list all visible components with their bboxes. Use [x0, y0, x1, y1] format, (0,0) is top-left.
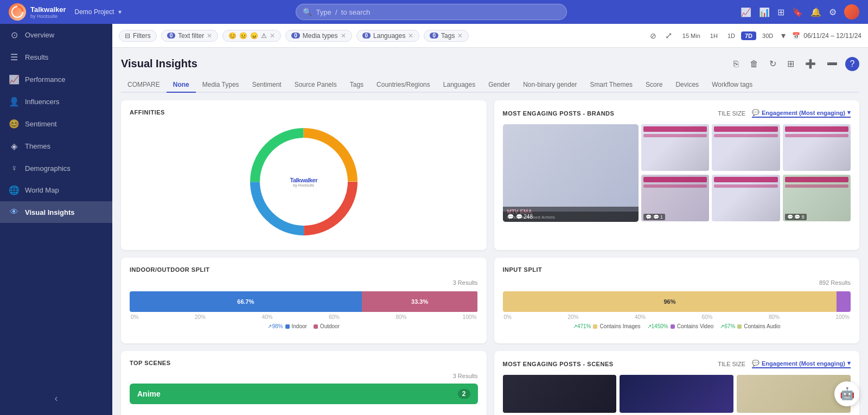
time-1d[interactable]: 1D — [724, 31, 739, 40]
tags-button[interactable]: 0 Tags ✕ — [424, 30, 469, 42]
scenes-chat-icon: 💬 — [752, 360, 760, 367]
tab-bar: COMPARE None Media Types Sentiment Sourc… — [121, 78, 859, 93]
tab-workflow-tags[interactable]: Workflow tags — [705, 78, 759, 93]
engagement-button[interactable]: 💬 Engagement (Most engaging) ▾ — [752, 109, 851, 118]
brand-post-count-248: 💬 248 — [516, 214, 533, 220]
copy-action[interactable]: ⎘ — [730, 57, 742, 71]
time-15min[interactable]: 15 Min — [679, 31, 704, 40]
media-types-close[interactable]: ✕ — [341, 32, 346, 40]
text-filter-close[interactable]: ✕ — [207, 32, 212, 40]
languages-button[interactable]: 0 Languages ✕ — [356, 30, 420, 42]
most-engaging-brands-card: MOST ENGAGING POSTS - BRANDS TILE SIZE 💬… — [494, 100, 860, 250]
add-action[interactable]: ➕ — [802, 56, 819, 71]
bookmark-icon[interactable]: 🔖 — [792, 7, 803, 17]
tab-devices[interactable]: Devices — [669, 78, 705, 93]
chart-line-icon[interactable]: 📈 — [741, 7, 751, 17]
brand-post-3[interactable] — [712, 124, 780, 171]
scene-post-1[interactable] — [503, 375, 617, 413]
settings-icon[interactable]: ⚙ — [829, 7, 837, 17]
scenes-engagement-button[interactable]: 💬 Engagement (Most engaging) ▾ — [752, 360, 851, 368]
delete-action[interactable]: 🗑 — [746, 57, 762, 71]
tab-none[interactable]: None — [167, 78, 196, 93]
affinities-inner-logo: Talkwalker by Hootsuite — [290, 177, 317, 187]
sidebar-item-influencers[interactable]: 👤 Influencers — [0, 91, 112, 113]
sidebar-item-performance[interactable]: 📈 Performance — [0, 68, 112, 91]
indoor-arrow: ↗98% — [267, 323, 283, 329]
input-split-legend: ↗471% Contains Images ↗1450% Contains Vi… — [503, 323, 851, 329]
visual-insights-icon: 👁 — [9, 207, 20, 217]
input-split-results: 892 Results — [503, 279, 851, 286]
filters-button[interactable]: ⊟ Filters — [119, 30, 157, 42]
scene-post-3[interactable] — [737, 375, 851, 413]
time-1h[interactable]: 1H — [706, 31, 722, 40]
axis-80: 80% — [395, 314, 406, 320]
text-filter-button[interactable]: 0 Text filter ✕ — [161, 30, 219, 42]
affinities-logo: Talkwalker by Hootsuite — [250, 127, 358, 236]
tab-source-panels[interactable]: Source Panels — [288, 78, 343, 93]
help-action[interactable]: ? — [845, 57, 859, 71]
search-bar[interactable]: 🔍 — [296, 4, 567, 20]
tags-count: 0 — [430, 33, 438, 39]
avatar[interactable] — [844, 4, 859, 20]
grid-icon[interactable]: ⊞ — [777, 7, 784, 17]
emoji-filter-button[interactable]: 😊 😐 😠 ⚠ ✕ — [222, 30, 281, 42]
search-input[interactable] — [316, 8, 560, 16]
brand-post-4[interactable] — [783, 124, 851, 171]
axis-60: 60% — [701, 314, 712, 320]
sidebar-item-overview[interactable]: ⊙ Overview — [0, 24, 112, 46]
languages-close[interactable]: ✕ — [408, 32, 413, 40]
chatbot-button[interactable]: 🤖 — [834, 381, 859, 406]
world-map-icon: 🌐 — [9, 185, 20, 195]
brand-post-6[interactable] — [712, 175, 780, 221]
tab-gender[interactable]: Gender — [482, 78, 516, 93]
date-range: 📅 06/11/24 – 12/11/24 — [792, 32, 861, 40]
tab-languages[interactable]: Languages — [437, 78, 482, 93]
sidebar-item-demographics[interactable]: ♀ Demographics — [0, 157, 112, 179]
sidebar-item-themes[interactable]: ◈ Themes — [0, 135, 112, 157]
notification-icon[interactable]: 🔔 — [810, 7, 821, 17]
sidebar-item-world-map[interactable]: 🌐 World Map — [0, 179, 112, 201]
chart-bar-icon[interactable]: 📊 — [759, 7, 770, 17]
time-dropdown-icon[interactable]: ▾ — [779, 28, 788, 43]
layout-action[interactable]: ⊞ — [784, 56, 797, 71]
tab-tags[interactable]: Tags — [343, 78, 370, 93]
project-chevron[interactable]: ▾ — [118, 8, 122, 16]
tab-countries[interactable]: Countries/Regions — [370, 78, 437, 93]
sidebar: ⊙ Overview ☰ Results 📈 Performance 👤 Inf… — [0, 24, 112, 415]
axis-20: 20% — [567, 314, 578, 320]
sidebar-item-sentiment[interactable]: 😊 Sentiment — [0, 113, 112, 135]
logo-area[interactable]: Talkwalker by Hootsuite Demo Project ▾ — [9, 3, 122, 21]
time-30d[interactable]: 30D — [758, 31, 777, 40]
tab-non-binary[interactable]: Non-binary gender — [516, 78, 583, 93]
tab-media-types[interactable]: Media Types — [196, 78, 246, 93]
collapse-icon[interactable]: ‹ — [55, 393, 58, 404]
filter-bar: ⊟ Filters 0 Text filter ✕ 😊 😐 😠 ⚠ ✕ 0 Me… — [112, 24, 868, 48]
tab-score[interactable]: Score — [639, 78, 669, 93]
anime-scene-bar[interactable]: Anime 2 — [130, 384, 478, 404]
sidebar-item-label: Results — [25, 53, 48, 61]
brand-post-5[interactable]: 💬 💬 1 — [641, 175, 709, 221]
remove-action[interactable]: ➖ — [824, 56, 841, 71]
tab-smart-themes[interactable]: Smart Themes — [584, 78, 639, 93]
expand-icon[interactable]: ⤢ — [663, 28, 674, 43]
nav-right: 📈 📊 ⊞ 🔖 🔔 ⚙ — [741, 4, 859, 20]
brand-post-7[interactable]: 💬 💬 8 — [783, 175, 851, 221]
tab-sentiment[interactable]: Sentiment — [246, 78, 288, 93]
refresh-action[interactable]: ↻ — [766, 56, 780, 71]
sidebar-collapse[interactable]: ‹ — [0, 393, 112, 404]
emoji-filter-close[interactable]: ✕ — [270, 32, 275, 40]
tab-compare[interactable]: COMPARE — [121, 78, 167, 93]
brand-post-2[interactable] — [641, 124, 709, 171]
sidebar-item-visual-insights[interactable]: 👁 Visual Insights — [0, 201, 112, 223]
media-types-button[interactable]: 0 Media types ✕ — [285, 30, 352, 42]
time-7d[interactable]: 7D — [741, 31, 756, 40]
indoor-outdoor-card: INDOOR/OUTDOOR SPLIT 3 Results 66.7% 33.… — [121, 258, 487, 343]
brand-post-main[interactable]: MTV EMA Most-Mentioned Artists 💬 💬 248 — [503, 124, 639, 222]
emoji-warning: ⚠ — [261, 32, 267, 40]
clear-filters-icon[interactable]: ⊘ — [648, 29, 659, 42]
tags-close[interactable]: ✕ — [457, 32, 463, 40]
sidebar-item-label: Performance — [25, 75, 65, 84]
scene-post-2[interactable] — [620, 375, 733, 413]
sidebar-item-label: Demographics — [25, 164, 71, 173]
sidebar-item-results[interactable]: ☰ Results — [0, 46, 112, 68]
